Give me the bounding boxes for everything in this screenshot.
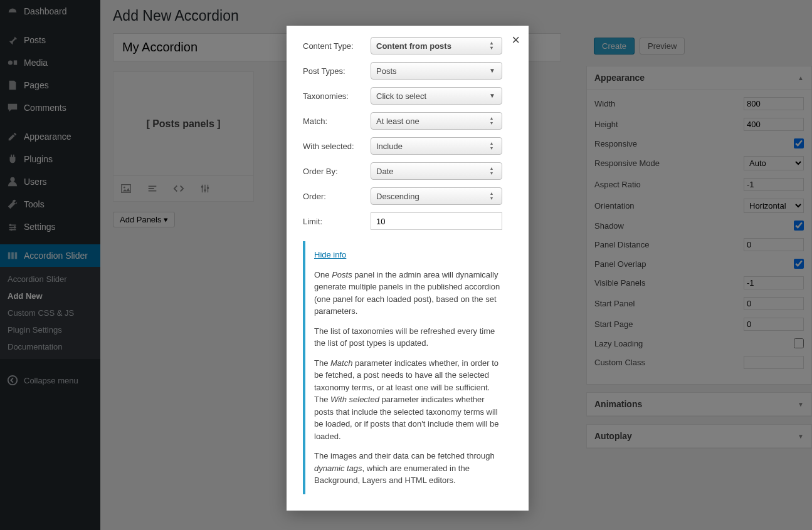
limit-label: Limit: [303,217,371,226]
order-by-select[interactable]: Date [371,162,502,180]
with-selected-label: With selected: [303,142,371,151]
taxonomies-label: Taxonomies: [303,91,371,101]
with-selected-select[interactable]: Include [371,137,502,155]
content-type-label: Content Type: [303,41,371,51]
content-type-select[interactable]: Content from posts [371,37,502,55]
close-icon[interactable]: × [512,32,520,48]
post-types-label: Post Types: [303,66,371,76]
hide-info-link[interactable]: Hide info [314,250,346,259]
match-label: Match: [303,117,371,126]
info-block: Hide info One Posts panel in the admin a… [303,241,512,494]
match-select[interactable]: At least one [371,112,502,130]
order-by-label: Order By: [303,167,371,176]
post-types-select[interactable]: Posts [371,62,502,80]
taxonomies-select[interactable]: Click to select [371,87,502,105]
content-settings-modal: × Content Type:Content from posts Post T… [287,26,529,511]
limit-input[interactable] [371,212,502,230]
order-label: Order: [303,192,371,201]
order-select[interactable]: Descending [371,187,502,205]
